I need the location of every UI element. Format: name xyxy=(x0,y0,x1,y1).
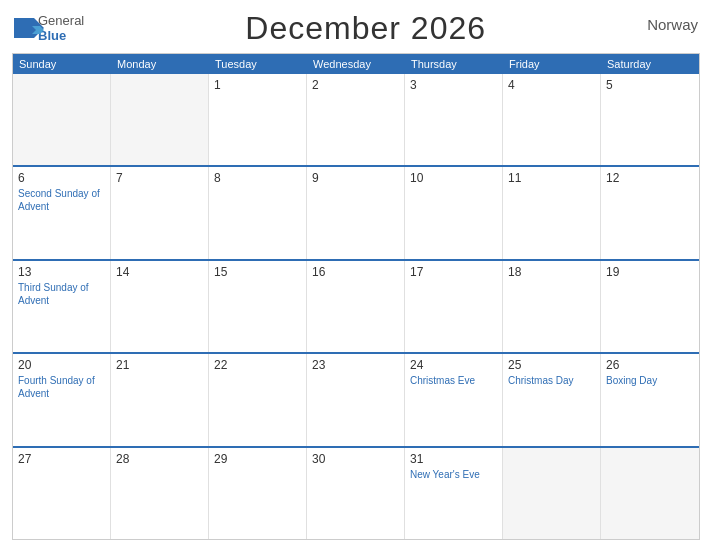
day-header-thursday: Thursday xyxy=(405,54,503,74)
day-cell: 23 xyxy=(307,354,405,445)
day-number: 26 xyxy=(606,358,694,372)
day-cell: 8 xyxy=(209,167,307,258)
week-row-2: 6Second Sunday of Advent789101112 xyxy=(13,165,699,258)
logo-icon xyxy=(14,18,36,40)
day-number: 25 xyxy=(508,358,595,372)
day-header-saturday: Saturday xyxy=(601,54,699,74)
day-cell: 7 xyxy=(111,167,209,258)
day-number: 10 xyxy=(410,171,497,185)
day-number: 1 xyxy=(214,78,301,92)
day-header-wednesday: Wednesday xyxy=(307,54,405,74)
day-number: 13 xyxy=(18,265,105,279)
day-cell: 27 xyxy=(13,448,111,539)
day-number: 6 xyxy=(18,171,105,185)
day-cell xyxy=(601,448,699,539)
day-cell: 17 xyxy=(405,261,503,352)
event-text: Christmas Day xyxy=(508,374,595,387)
day-number: 14 xyxy=(116,265,203,279)
day-header-friday: Friday xyxy=(503,54,601,74)
day-header-sunday: Sunday xyxy=(13,54,111,74)
day-number: 8 xyxy=(214,171,301,185)
event-text: Boxing Day xyxy=(606,374,694,387)
logo-general: General xyxy=(38,14,84,28)
day-cell: 29 xyxy=(209,448,307,539)
day-cell: 18 xyxy=(503,261,601,352)
calendar-page: General Blue December 2026 Norway Sunday… xyxy=(0,0,712,550)
day-cell: 10 xyxy=(405,167,503,258)
logo: General Blue xyxy=(14,14,84,43)
week-row-5: 2728293031New Year's Eve xyxy=(13,446,699,539)
logo-blue: Blue xyxy=(38,29,84,43)
day-number: 22 xyxy=(214,358,301,372)
day-cell: 16 xyxy=(307,261,405,352)
day-header-tuesday: Tuesday xyxy=(209,54,307,74)
day-cell xyxy=(13,74,111,165)
day-cell xyxy=(111,74,209,165)
day-number: 24 xyxy=(410,358,497,372)
week-row-3: 13Third Sunday of Advent141516171819 xyxy=(13,259,699,352)
day-number: 23 xyxy=(312,358,399,372)
day-number: 2 xyxy=(312,78,399,92)
day-cell: 9 xyxy=(307,167,405,258)
day-cell: 1 xyxy=(209,74,307,165)
day-number: 29 xyxy=(214,452,301,466)
weeks: 123456Second Sunday of Advent78910111213… xyxy=(13,74,699,539)
day-number: 31 xyxy=(410,452,497,466)
day-number: 17 xyxy=(410,265,497,279)
day-cell: 13Third Sunday of Advent xyxy=(13,261,111,352)
day-header-monday: Monday xyxy=(111,54,209,74)
day-number: 4 xyxy=(508,78,595,92)
day-cell: 25Christmas Day xyxy=(503,354,601,445)
day-number: 20 xyxy=(18,358,105,372)
day-cell: 3 xyxy=(405,74,503,165)
day-cell: 30 xyxy=(307,448,405,539)
day-cell: 20Fourth Sunday of Advent xyxy=(13,354,111,445)
day-cell: 11 xyxy=(503,167,601,258)
day-number: 19 xyxy=(606,265,694,279)
calendar: SundayMondayTuesdayWednesdayThursdayFrid… xyxy=(12,53,700,540)
event-text: New Year's Eve xyxy=(410,468,497,481)
day-cell: 5 xyxy=(601,74,699,165)
day-cell: 15 xyxy=(209,261,307,352)
day-number: 9 xyxy=(312,171,399,185)
event-text: Fourth Sunday of Advent xyxy=(18,374,105,400)
week-row-4: 20Fourth Sunday of Advent21222324Christm… xyxy=(13,352,699,445)
day-number: 15 xyxy=(214,265,301,279)
day-number: 7 xyxy=(116,171,203,185)
day-number: 3 xyxy=(410,78,497,92)
day-number: 11 xyxy=(508,171,595,185)
day-cell: 19 xyxy=(601,261,699,352)
day-cell xyxy=(503,448,601,539)
day-cell: 31New Year's Eve xyxy=(405,448,503,539)
event-text: Christmas Eve xyxy=(410,374,497,387)
month-title: December 2026 xyxy=(245,10,486,47)
day-headers: SundayMondayTuesdayWednesdayThursdayFrid… xyxy=(13,54,699,74)
day-cell: 26Boxing Day xyxy=(601,354,699,445)
day-number: 16 xyxy=(312,265,399,279)
day-cell: 22 xyxy=(209,354,307,445)
day-cell: 4 xyxy=(503,74,601,165)
day-cell: 28 xyxy=(111,448,209,539)
day-number: 30 xyxy=(312,452,399,466)
day-cell: 2 xyxy=(307,74,405,165)
logo-text: General Blue xyxy=(38,14,84,43)
day-cell: 12 xyxy=(601,167,699,258)
day-number: 5 xyxy=(606,78,694,92)
day-cell: 24Christmas Eve xyxy=(405,354,503,445)
day-cell: 6Second Sunday of Advent xyxy=(13,167,111,258)
event-text: Third Sunday of Advent xyxy=(18,281,105,307)
event-text: Second Sunday of Advent xyxy=(18,187,105,213)
day-number: 28 xyxy=(116,452,203,466)
country: Norway xyxy=(647,16,698,33)
day-number: 21 xyxy=(116,358,203,372)
day-number: 12 xyxy=(606,171,694,185)
day-cell: 14 xyxy=(111,261,209,352)
header: General Blue December 2026 Norway xyxy=(12,10,700,47)
day-number: 27 xyxy=(18,452,105,466)
week-row-1: 12345 xyxy=(13,74,699,165)
day-number: 18 xyxy=(508,265,595,279)
day-cell: 21 xyxy=(111,354,209,445)
